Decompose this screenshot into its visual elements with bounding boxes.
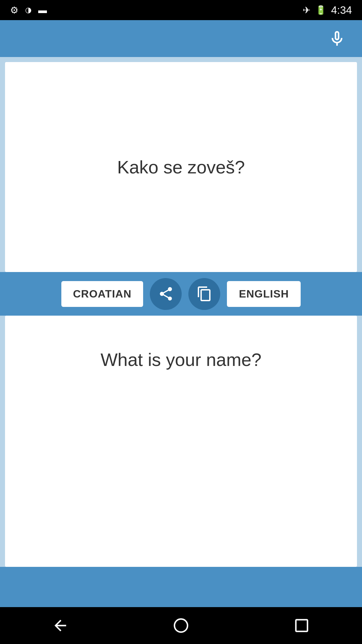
source-translation-text: Kako se zoveš? (104, 143, 258, 191)
copy-icon (196, 286, 213, 302)
middle-toolbar: CROATIAN ENGLISH (0, 272, 362, 316)
status-bar-right: ✈ 🔋 4:34 (303, 4, 352, 16)
status-bar: ⚙ ◑ ▬ ✈ 🔋 4:34 (0, 0, 362, 20)
status-time: 4:34 (331, 4, 352, 16)
mic-button[interactable] (325, 27, 349, 50)
main-content: Kako se zoveš? CROATIAN ENGLISH What is … (0, 57, 362, 607)
target-language-button[interactable]: ENGLISH (227, 281, 301, 307)
target-translation-text: What is your name? (87, 336, 275, 383)
share-button[interactable] (150, 278, 182, 310)
nav-bar (0, 607, 362, 644)
home-icon (172, 617, 190, 634)
sd-card-icon: ▬ (38, 5, 47, 15)
battery-icon: 🔋 (315, 5, 326, 15)
app-header (0, 20, 362, 57)
source-language-button[interactable]: CROATIAN (61, 281, 143, 307)
settings-icon: ⚙ (10, 5, 18, 16)
status-bar-left: ⚙ ◑ ▬ (10, 5, 47, 16)
svg-rect-1 (296, 620, 308, 632)
recents-icon (293, 617, 310, 634)
recents-button[interactable] (288, 612, 315, 639)
mic-icon (328, 30, 346, 48)
home-button[interactable] (168, 612, 194, 639)
target-translation-panel[interactable]: What is your name? (5, 316, 357, 567)
bottom-blue-bar (0, 567, 362, 607)
circle-icon: ◑ (25, 6, 32, 14)
share-icon (158, 286, 174, 302)
airplane-icon: ✈ (303, 5, 310, 16)
source-translation-panel[interactable]: Kako se zoveš? (5, 62, 357, 272)
back-button[interactable] (47, 612, 74, 639)
copy-button[interactable] (188, 278, 220, 310)
back-icon (52, 617, 69, 634)
svg-point-0 (175, 619, 188, 632)
